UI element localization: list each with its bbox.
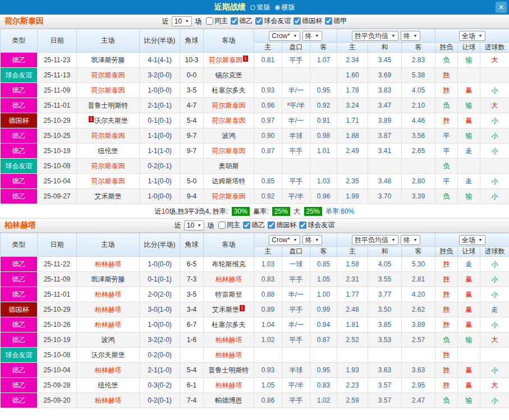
league-checkbox-input[interactable] — [231, 17, 238, 25]
team-name-link[interactable]: 波鸿 — [102, 336, 115, 344]
team-name-link[interactable]: 荷尔斯泰因 — [91, 132, 125, 140]
eu-draw-odds-cell — [368, 348, 402, 363]
odds-company-select[interactable]: Crow*▼ — [269, 31, 300, 41]
team-name-link[interactable]: 荷尔斯泰因 — [212, 101, 246, 109]
team-name-link[interactable]: 荷尔斯泰因 — [91, 71, 125, 79]
team-name-link[interactable]: 荷尔斯泰因 — [212, 192, 246, 200]
team-name-link[interactable]: 柏林赫塔 — [95, 396, 122, 404]
handicap-result-cell: 走 — [458, 174, 480, 189]
team-name-link[interactable]: 柏林赫塔 — [215, 351, 242, 359]
team-name-link[interactable]: 杜塞尔多夫 — [212, 321, 246, 329]
match-count-select[interactable]: 10▼ — [184, 220, 204, 230]
team-name-link[interactable]: 波鸿 — [222, 132, 236, 140]
team-name-link[interactable]: 凯泽斯劳滕 — [91, 56, 125, 64]
team-name-link[interactable]: 柏林赫塔 — [95, 290, 122, 298]
league-type-cell: 德乙 — [1, 128, 38, 144]
europe-stage-select[interactable]: 终▼ — [401, 31, 420, 41]
team-name-link[interactable]: 杜塞尔多夫 — [212, 86, 246, 94]
result-cell: 胜 — [435, 317, 458, 333]
league-checkbox-input[interactable] — [268, 221, 275, 229]
league-checkbox-input[interactable] — [218, 221, 226, 229]
team-name-link[interactable]: 奥胡斯 — [219, 162, 239, 170]
layout-horizontal-option[interactable]: 横版 — [275, 3, 295, 12]
league-filter-option[interactable]: 同主 — [218, 220, 240, 230]
team-name-link[interactable]: 沃尔夫斯堡 — [94, 117, 128, 124]
team-name-link[interactable]: 柏林赫塔 — [215, 275, 242, 283]
team-name-link[interactable]: 帕德博恩 — [215, 396, 242, 404]
team-name-link[interactable]: 锡尔克堡 — [215, 71, 242, 79]
team-name-link[interactable]: 柏林赫塔 — [95, 306, 122, 313]
chevron-down-icon: ▼ — [185, 18, 189, 24]
home-team-cell: 荷尔斯泰因 — [77, 159, 140, 174]
layout-vertical-option[interactable]: 竖版 — [250, 3, 270, 12]
team-name-link[interactable]: 柏林赫塔 — [95, 366, 122, 374]
league-filter-option[interactable]: 德甲 — [325, 16, 347, 26]
team-name-link[interactable]: 纽伦堡 — [98, 381, 118, 389]
league-checkbox-input[interactable] — [299, 221, 306, 229]
league-type-cell: 德乙 — [1, 174, 38, 189]
team-name-link[interactable]: 布轮斯维克 — [212, 260, 246, 268]
scope-select[interactable]: 全场▼ — [459, 31, 485, 41]
league-checkbox-input[interactable] — [255, 17, 263, 25]
handicap-result-cell: 输 — [458, 189, 480, 204]
europe-odds-select[interactable]: 胜平负均值▼ — [352, 31, 398, 41]
odds-stage-select[interactable]: 终▼ — [302, 235, 322, 245]
away-team-cell: 帕德博恩 — [204, 393, 254, 408]
team-name-link[interactable]: 纽伦堡 — [98, 147, 118, 155]
team-name-link[interactable]: 柏林赫塔 — [215, 336, 242, 344]
team-name-link[interactable]: 沃尔夫斯堡 — [91, 351, 125, 359]
close-icon[interactable]: ✕ — [496, 2, 507, 13]
team-name-link[interactable]: 荷尔斯泰因 — [91, 177, 125, 185]
team-name-link[interactable]: 普鲁士明斯特 — [209, 366, 249, 374]
team-name-link[interactable]: 凯泽斯劳滕 — [91, 275, 125, 283]
europe-odds-select[interactable]: 胜平负均值▼ — [352, 235, 398, 245]
scope-select[interactable]: 全场▼ — [459, 235, 485, 245]
team-name-link[interactable]: 普鲁士明斯特 — [88, 101, 129, 109]
score-cell: 2-0(2-0) — [140, 287, 180, 302]
home-team-cell: 艾禾斯堡 — [77, 189, 140, 204]
team-name-link[interactable]: 柏林赫塔 — [215, 381, 242, 389]
eu-home-odds-cell: 2.49 — [337, 144, 368, 159]
league-checkbox-input[interactable] — [206, 17, 213, 25]
league-filter-option[interactable]: 德国杯 — [268, 220, 296, 230]
team-name-link[interactable]: 荷尔斯泰因 — [91, 86, 125, 94]
league-filter-option[interactable]: 球会友谊 — [255, 16, 291, 26]
league-filter-option[interactable]: 德国杯 — [294, 16, 322, 26]
team-name-link[interactable]: 荷尔斯泰因 — [212, 147, 246, 155]
corner-cell — [180, 159, 204, 174]
team-name-link[interactable]: 达姆斯塔特 — [212, 177, 246, 185]
europe-stage-select[interactable]: 终▼ — [401, 235, 420, 245]
team-name-link[interactable]: 柏林赫塔 — [95, 321, 122, 329]
away-team-cell: 达姆斯塔特 — [204, 174, 254, 189]
match-filter: 近 10▼ 场 同主德乙球会友谊德国杯德甲 — [162, 16, 347, 26]
league-filter-option[interactable]: 同主 — [206, 16, 228, 26]
odds-company-select[interactable]: Crow*▼ — [269, 235, 300, 245]
ah-away-odds-cell — [310, 68, 337, 83]
summary-part: 大 — [292, 207, 302, 215]
league-filter-option[interactable]: 德乙 — [231, 16, 253, 26]
eu-away-odds-cell: 2.83 — [402, 53, 435, 68]
league-checkbox-input[interactable] — [325, 17, 332, 25]
handicap-result-cell: 输 — [458, 53, 480, 68]
league-filter-option[interactable]: 德乙 — [243, 220, 265, 230]
odds-stage-select[interactable]: 终▼ — [302, 31, 322, 41]
goals-result-cell: 小 — [480, 257, 509, 272]
team-name-link[interactable]: 荷尔斯泰因 — [212, 117, 246, 124]
ah-line-cell: 半/一 — [282, 83, 310, 98]
team-name: 荷尔斯泰因 — [4, 16, 44, 26]
match-count-select[interactable]: 10▼ — [172, 16, 192, 26]
team-name-link[interactable]: 艾禾斯堡 — [212, 306, 239, 313]
team-name-link[interactable]: 荷尔斯泰因 — [91, 162, 125, 170]
team-name-link[interactable]: 特雷斯登 — [215, 290, 242, 298]
score-cell: 1-0(0-0) — [140, 257, 180, 272]
team-name-link[interactable]: 柏林赫塔 — [95, 260, 122, 268]
league-checkbox-input[interactable] — [243, 221, 250, 229]
team-name-link[interactable]: 荷尔斯泰因 — [209, 56, 242, 64]
goals-result-cell: 大 — [480, 378, 509, 393]
eu-away-odds-cell: 3.39 — [402, 189, 435, 204]
team-name-link[interactable]: 艾禾斯堡 — [95, 192, 122, 200]
eu-away-odds-cell: 2.10 — [402, 98, 435, 113]
filter-games-label: 场 — [207, 221, 214, 230]
league-checkbox-input[interactable] — [294, 17, 301, 25]
league-filter-option[interactable]: 球会友谊 — [299, 220, 334, 230]
